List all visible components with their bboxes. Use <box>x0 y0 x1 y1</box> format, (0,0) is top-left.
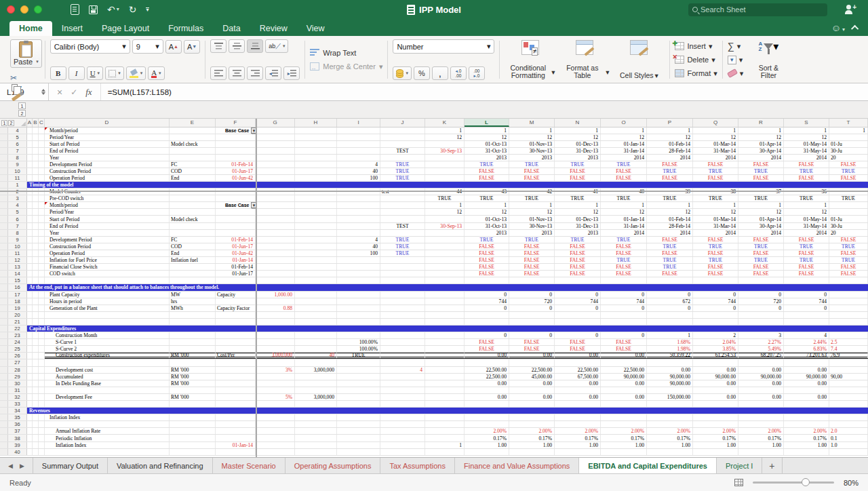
cell-H9[interactable] <box>295 237 337 243</box>
cell-A11[interactable] <box>27 175 33 181</box>
cell-O38[interactable]: 0.17% <box>601 435 647 441</box>
cell-E30[interactable]: RM '000 <box>170 380 216 387</box>
cell-L39[interactable]: 1.00 <box>465 442 509 448</box>
cell-Q11[interactable]: FALSE <box>693 250 738 256</box>
cell-R23[interactable]: 3 <box>738 332 784 338</box>
cell-J8[interactable] <box>380 155 425 161</box>
cell-N10[interactable]: FALSE <box>555 243 601 250</box>
cell-O21[interactable] <box>601 319 647 325</box>
cell-O12[interactable]: TRUE <box>601 257 647 263</box>
cell-Q21[interactable] <box>693 319 738 325</box>
cell-E12[interactable]: Inflation fuel <box>170 257 216 263</box>
cell-F7[interactable] <box>216 148 256 154</box>
cell-M23[interactable]: 0 <box>509 332 555 338</box>
cell-Q28[interactable]: 0.00 <box>693 367 738 373</box>
cell-G29[interactable] <box>256 374 295 380</box>
cell-S18[interactable]: 744 <box>784 298 829 305</box>
cell-K5[interactable]: 12 <box>425 209 465 215</box>
cell-R36[interactable] <box>738 421 784 427</box>
cell-C19[interactable] <box>39 305 45 311</box>
cell-K14[interactable] <box>425 271 465 277</box>
cell-I6[interactable] <box>337 216 380 222</box>
cell-P37[interactable]: 2.00% <box>647 428 693 434</box>
cell-E38[interactable] <box>170 435 216 441</box>
decrease-indent-button[interactable]: ◂ <box>265 66 281 80</box>
cell-G7[interactable] <box>256 148 295 154</box>
cell-A6[interactable] <box>27 141 33 147</box>
cell-T11[interactable]: FALSE <box>829 175 868 181</box>
cell-T14[interactable]: FALSE <box>829 271 868 277</box>
cell-G6[interactable] <box>256 141 295 147</box>
number-format-select[interactable]: Number▾ <box>393 39 494 54</box>
cell-F11[interactable]: 01-Jun-42 <box>216 175 256 181</box>
cell-L7[interactable]: 31-Oct-13 <box>465 148 509 154</box>
cell-D13[interactable]: Financial Close Switch <box>45 264 170 270</box>
cell-D40[interactable] <box>45 449 170 455</box>
cell-B10[interactable] <box>33 243 39 250</box>
cell-E8[interactable] <box>170 155 216 161</box>
cell-J9[interactable]: TRUE <box>380 237 425 243</box>
cell-G11[interactable] <box>256 250 295 256</box>
cell-D9[interactable]: Development Period <box>45 161 170 168</box>
cell-C30[interactable] <box>39 380 45 387</box>
cell-E28[interactable]: RM '000 <box>170 367 216 373</box>
cell-L6[interactable]: 01-Oct-13 <box>465 216 509 222</box>
cell-I8[interactable] <box>337 230 380 236</box>
cell-M3[interactable]: TRUE <box>509 195 555 201</box>
select-all-corner[interactable]: 1 2 <box>0 119 27 127</box>
cell-R10[interactable]: TRUE <box>738 243 784 250</box>
cell-D6[interactable]: Start of Period <box>45 141 170 147</box>
decrease-decimal-button[interactable]: .00▸.0 <box>469 66 485 80</box>
cell-F24[interactable] <box>216 339 256 345</box>
cell-R7[interactable]: 30-Apr-14 <box>738 223 784 229</box>
cell-K7[interactable]: 30-Sep-13 <box>425 148 465 154</box>
cell-S31[interactable] <box>784 387 829 393</box>
cell-K17[interactable] <box>425 292 465 298</box>
cell-O18[interactable]: 744 <box>601 298 647 305</box>
row-header-4[interactable]: 4 <box>8 202 27 208</box>
cell-J31[interactable] <box>380 387 425 393</box>
cell-G3[interactable] <box>256 195 295 201</box>
cell-D4[interactable]: Month/period <box>45 202 170 208</box>
cell-L32[interactable]: 0.00 <box>465 394 509 400</box>
cell-J28[interactable]: 4 <box>380 367 425 373</box>
cell-K31[interactable] <box>425 387 465 393</box>
cell-F32[interactable] <box>216 394 256 400</box>
cell-F39[interactable]: 01-Jan-14 <box>216 442 256 448</box>
cell-G25[interactable] <box>256 346 295 352</box>
tab-review[interactable]: Review <box>250 21 297 36</box>
cell-S12[interactable]: TRUE <box>784 257 829 263</box>
row-header-5[interactable]: 5 <box>8 134 27 140</box>
cell-L23[interactable]: 0 <box>465 332 509 338</box>
cell-F29[interactable] <box>216 374 256 380</box>
cell-C28[interactable] <box>39 367 45 373</box>
cell-M40[interactable] <box>509 449 555 455</box>
cell-L18[interactable]: 744 <box>465 298 509 305</box>
cell-C4[interactable] <box>39 127 45 134</box>
cell-J23[interactable] <box>380 332 425 338</box>
cell-C10[interactable] <box>39 243 45 250</box>
cell-H9[interactable] <box>295 161 337 168</box>
cell-J36[interactable] <box>380 421 425 427</box>
cell-J33[interactable] <box>380 401 425 407</box>
cell-Q4[interactable]: 1 <box>693 202 738 208</box>
cell-T5[interactable] <box>829 134 868 140</box>
cell-C11[interactable] <box>39 250 45 256</box>
cell-H8[interactable] <box>295 230 337 236</box>
sheet-tab-summary-output[interactable]: Summary Output <box>33 458 108 473</box>
cell-M8[interactable]: 2013 <box>509 230 555 236</box>
cell-C13[interactable] <box>39 264 45 270</box>
cell-G15[interactable] <box>256 277 295 283</box>
cell-B15[interactable] <box>33 277 39 283</box>
cell-M33[interactable] <box>509 401 555 407</box>
cell-A11[interactable] <box>27 250 33 256</box>
cell-P11[interactable]: FALSE <box>647 175 693 181</box>
cell-D7[interactable]: End of Period <box>45 148 170 154</box>
cell-H19[interactable] <box>295 305 337 311</box>
cell-Q9[interactable]: FALSE <box>693 161 738 168</box>
cell-A20[interactable] <box>27 312 33 318</box>
cell-O6[interactable]: 01-Jan-14 <box>601 141 647 147</box>
align-left-button[interactable] <box>210 66 226 80</box>
cell-K4[interactable]: 1 <box>425 127 465 134</box>
cell-N14[interactable]: FALSE <box>555 271 601 277</box>
